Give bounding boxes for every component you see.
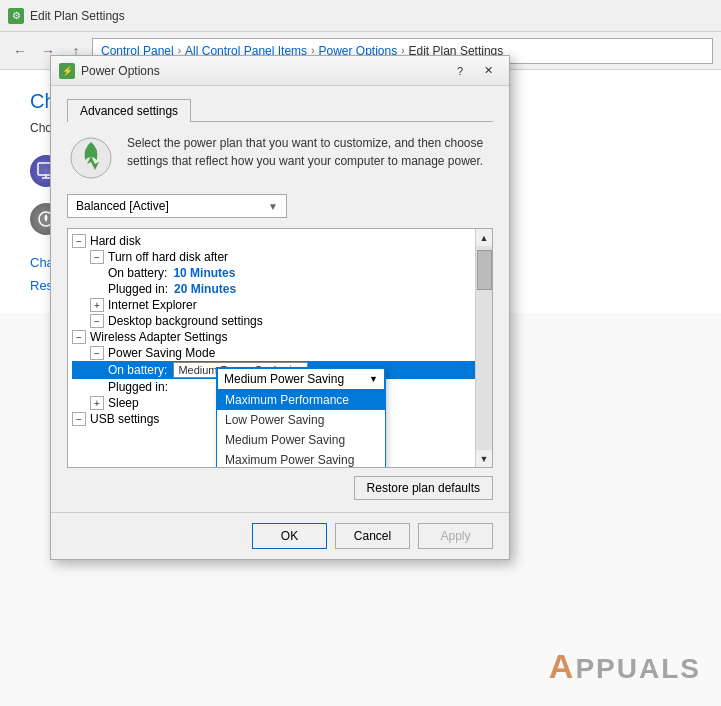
tree-item-pluggedin-hdd[interactable]: Plugged in: 20 Minutes bbox=[72, 281, 488, 297]
scroll-down-arrow[interactable]: ▼ bbox=[476, 450, 493, 467]
dialog-content-area: Advanced settings Select the power plan … bbox=[51, 86, 509, 512]
expand-ie[interactable]: + bbox=[90, 298, 104, 312]
pluggedin-hdd-label: Plugged in: bbox=[108, 282, 168, 296]
expand-sleep[interactable]: + bbox=[90, 396, 104, 410]
pluggedin-wireless-label: Plugged in: bbox=[108, 380, 168, 394]
dialog-window-controls: ? ✕ bbox=[447, 62, 501, 80]
onbattery-hdd-label: On battery: bbox=[108, 266, 167, 280]
back-button[interactable]: ← bbox=[8, 39, 32, 63]
ok-button[interactable]: OK bbox=[252, 523, 327, 549]
plan-dropdown-arrow: ▼ bbox=[268, 201, 278, 212]
expand-wireless[interactable]: − bbox=[72, 330, 86, 344]
expand-turnoff[interactable]: − bbox=[90, 250, 104, 264]
dialog-footer: OK Cancel Apply bbox=[51, 512, 509, 559]
dropdown-popup-list: Maximum Performance Low Power Saving Med… bbox=[217, 390, 385, 468]
expand-desktop-bg[interactable]: − bbox=[90, 314, 104, 328]
wireless-label: Wireless Adapter Settings bbox=[90, 330, 227, 344]
expand-power-saving[interactable]: − bbox=[90, 346, 104, 360]
intro-section: Select the power plan that you want to c… bbox=[67, 134, 493, 182]
tree-item-ie[interactable]: + Internet Explorer bbox=[72, 297, 488, 313]
power-saving-mode-label: Power Saving Mode bbox=[108, 346, 215, 360]
dropdown-option-medium-saving[interactable]: Medium Power Saving bbox=[217, 430, 385, 450]
dropdown-popup-header[interactable]: Medium Power Saving ▼ bbox=[217, 368, 385, 390]
pluggedin-hdd-value: 20 Minutes bbox=[174, 282, 236, 296]
dialog-title-left: ⚡ Power Options bbox=[59, 63, 160, 79]
bg-window-title: Edit Plan Settings bbox=[30, 9, 125, 23]
restore-plan-defaults-button[interactable]: Restore plan defaults bbox=[354, 476, 493, 500]
expand-harddisk[interactable]: − bbox=[72, 234, 86, 248]
desktop-bg-label: Desktop background settings bbox=[108, 314, 263, 328]
dropdown-option-max-saving[interactable]: Maximum Power Saving bbox=[217, 450, 385, 468]
harddisk-label: Hard disk bbox=[90, 234, 141, 248]
onbattery-wireless-label: On battery: bbox=[108, 363, 167, 377]
tree-item-wireless[interactable]: − Wireless Adapter Settings bbox=[72, 329, 488, 345]
tree-container: − Hard disk − Turn off hard disk after O… bbox=[67, 228, 493, 468]
watermark-a: A bbox=[549, 647, 576, 685]
plan-dropdown[interactable]: Balanced [Active] ▼ bbox=[67, 194, 287, 218]
power-options-dialog: ⚡ Power Options ? ✕ Advanced settings Se… bbox=[50, 55, 510, 560]
dropdown-header-value: Medium Power Saving bbox=[224, 372, 344, 386]
tree-scrollbar[interactable]: ▲ ▼ bbox=[475, 229, 492, 467]
dropdown-option-max-performance[interactable]: Maximum Performance bbox=[217, 390, 385, 410]
dialog-title-bar: ⚡ Power Options ? ✕ bbox=[51, 56, 509, 86]
tree-item-onbattery-hdd[interactable]: On battery: 10 Minutes bbox=[72, 265, 488, 281]
scroll-thumb[interactable] bbox=[477, 250, 492, 290]
tab-advanced-settings[interactable]: Advanced settings bbox=[67, 99, 191, 122]
intro-text: Select the power plan that you want to c… bbox=[127, 134, 493, 182]
tree-item-harddisk[interactable]: − Hard disk bbox=[72, 233, 488, 249]
sleep-label: Sleep bbox=[108, 396, 139, 410]
onbattery-hdd-value: 10 Minutes bbox=[173, 266, 235, 280]
tree-item-desktop-bg[interactable]: − Desktop background settings bbox=[72, 313, 488, 329]
cancel-button[interactable]: Cancel bbox=[335, 523, 410, 549]
dropdown-header-arrow: ▼ bbox=[369, 374, 378, 384]
apply-button[interactable]: Apply bbox=[418, 523, 493, 549]
plan-dropdown-value: Balanced [Active] bbox=[76, 199, 169, 213]
dropdown-option-low-saving[interactable]: Low Power Saving bbox=[217, 410, 385, 430]
tree-item-turnoff-harddisk[interactable]: − Turn off hard disk after bbox=[72, 249, 488, 265]
dialog-title-text: Power Options bbox=[81, 64, 160, 78]
dialog-power-icon: ⚡ bbox=[59, 63, 75, 79]
turnoff-label: Turn off hard disk after bbox=[108, 250, 228, 264]
dialog-help-button[interactable]: ? bbox=[447, 62, 473, 80]
ie-label: Internet Explorer bbox=[108, 298, 197, 312]
tree-item-power-saving-mode[interactable]: − Power Saving Mode bbox=[72, 345, 488, 361]
tab-container: Advanced settings bbox=[67, 98, 493, 122]
scroll-up-arrow[interactable]: ▲ bbox=[476, 229, 493, 246]
power-customize-icon bbox=[67, 134, 115, 182]
app-icon: ⚙ bbox=[8, 8, 24, 24]
dialog-close-button[interactable]: ✕ bbox=[475, 62, 501, 80]
scroll-track[interactable] bbox=[476, 246, 492, 450]
appuals-watermark: APPUALS bbox=[549, 647, 701, 686]
power-mode-dropdown-popup: Medium Power Saving ▼ Maximum Performanc… bbox=[216, 367, 386, 468]
usb-label: USB settings bbox=[90, 412, 159, 426]
restore-defaults-row: Restore plan defaults bbox=[67, 476, 493, 500]
title-bar-bg: ⚙ Edit Plan Settings bbox=[0, 0, 721, 32]
expand-usb[interactable]: − bbox=[72, 412, 86, 426]
